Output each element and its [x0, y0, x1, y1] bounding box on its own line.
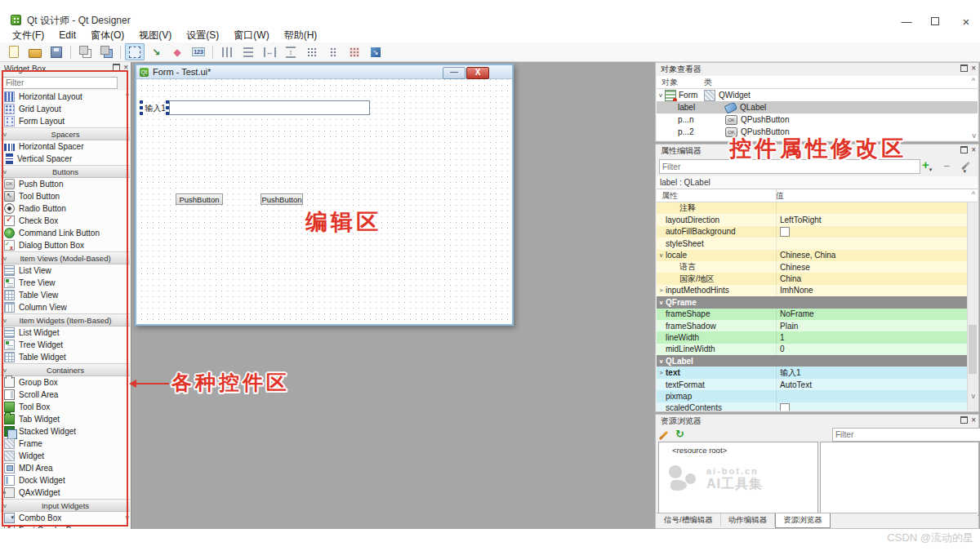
widget-box-item[interactable]: Command Link Button [1, 227, 130, 239]
object-tree-row[interactable]: vFormQWidget [657, 89, 978, 101]
scroll-up-icon[interactable]: ^ [972, 77, 975, 85]
remove-dynamic-property-icon[interactable]: − [943, 159, 950, 172]
widget-box-item[interactable]: Check Box [1, 215, 130, 227]
form-canvas[interactable]: 输入1 PushButton PushButton [136, 79, 512, 324]
widget-box-section[interactable]: vInput Widgets [1, 499, 130, 512]
layout-vertical-icon[interactable] [238, 43, 258, 60]
widget-box-item[interactable]: Tool Box [1, 401, 130, 413]
scroll-up-icon[interactable]: ^ [126, 91, 129, 100]
close-panel-icon[interactable]: × [971, 65, 976, 72]
scroll-up-icon[interactable]: ^ [972, 190, 975, 198]
widget-box-item[interactable]: Group Box [1, 376, 130, 389]
layout-form-icon[interactable] [323, 43, 343, 60]
resource-tree-pane[interactable]: <resource root> ai-bot.cn AI工具集 [658, 442, 818, 516]
property-section-header[interactable]: vQLabel [657, 355, 978, 367]
widget-box-item[interactable]: Font Combo Box [1, 524, 130, 528]
widget-box-item[interactable]: Table Widget [1, 351, 130, 363]
widget-box-section[interactable]: vSpacers [1, 127, 130, 140]
layout-grid-icon[interactable] [302, 43, 322, 60]
property-row[interactable]: frameShadowPlain [657, 320, 978, 331]
chevron-down-icon[interactable]: v [657, 91, 665, 99]
bottom-tab-0[interactable]: 信号/槽编辑器 [657, 513, 721, 527]
menu-item-1[interactable]: Edit [51, 28, 83, 42]
layout-horizontal-splitter-icon[interactable]: ↔ [260, 43, 279, 60]
minimize-icon[interactable]: — [443, 67, 466, 79]
widget-box-item[interactable]: Grid Layout [1, 103, 130, 115]
property-row[interactable]: vlocaleChinese, China [657, 250, 978, 261]
float-panel-icon[interactable] [960, 64, 968, 72]
edit-widgets-icon[interactable] [125, 43, 145, 60]
property-row[interactable]: 国家/地区China [657, 273, 978, 284]
property-row[interactable]: scaledContents [657, 402, 978, 411]
checkbox-unchecked-icon[interactable] [780, 227, 790, 237]
property-row[interactable]: 语言Chinese [657, 261, 978, 273]
widget-box-item[interactable]: Tree Widget [1, 339, 130, 351]
widget-box-item[interactable]: List Widget [1, 327, 130, 339]
widget-box-item[interactable]: Combo Box [1, 512, 130, 524]
pushbutton-widget[interactable]: PushButton [261, 193, 303, 205]
layout-horizontal-icon[interactable] [217, 43, 237, 60]
column-divider[interactable] [776, 189, 777, 202]
resource-detail-pane[interactable] [820, 442, 979, 516]
close-panel-icon[interactable]: × [971, 417, 976, 424]
clone-back-icon[interactable] [75, 43, 95, 60]
property-row[interactable]: >text输入1 [657, 367, 978, 378]
widget-box-item[interactable]: Radio Button [1, 202, 130, 215]
scrollbar[interactable] [967, 202, 978, 411]
widget-box-item[interactable]: Push Button [1, 178, 130, 190]
bottom-tab-1[interactable]: 动作编辑器 [721, 513, 776, 527]
column-object[interactable]: 对象 [657, 77, 704, 88]
close-panel-icon[interactable]: × [971, 147, 976, 153]
scroll-down-icon[interactable]: v [973, 131, 977, 140]
widget-box-section[interactable]: vItem Views (Model-Based) [1, 251, 130, 264]
menu-item-5[interactable]: 窗口(W) [226, 28, 276, 42]
property-row[interactable]: pixmap [657, 390, 978, 402]
close-panel-icon[interactable]: × [123, 64, 128, 71]
selection-handle[interactable] [140, 100, 143, 104]
float-panel-icon[interactable] [113, 64, 120, 71]
widget-box-item[interactable]: Column View [1, 301, 130, 313]
clone-front-icon[interactable] [96, 43, 116, 60]
widget-box-item[interactable]: Stacked Widget [1, 425, 130, 438]
chevron-down-icon[interactable]: v [657, 251, 666, 259]
widget-box-filter-input[interactable] [2, 77, 118, 89]
widget-box-item[interactable]: Tool Button [1, 190, 130, 202]
selection-handle[interactable] [140, 106, 143, 109]
widget-box-item[interactable]: Dock Widget [1, 474, 130, 487]
property-row[interactable]: midLineWidth0 [657, 344, 978, 355]
widget-box-item[interactable]: List View [1, 264, 130, 277]
new-file-icon[interactable] [4, 43, 24, 60]
object-tree-row[interactable]: p...nOKQPushButton [657, 113, 978, 126]
break-layout-icon[interactable] [345, 43, 364, 60]
property-row[interactable]: lineWidth1 [657, 331, 978, 343]
property-row[interactable]: >inputMethodHintsImhNone [657, 285, 978, 296]
widget-box-section[interactable]: vItem Widgets (Item-Based) [1, 313, 130, 327]
edit-tab-order-icon[interactable]: 123 [189, 43, 208, 60]
resource-filter-input[interactable] [832, 428, 980, 442]
widget-box-item[interactable]: Form Layout [1, 115, 130, 127]
widget-box-item[interactable]: MDI Area [1, 462, 130, 474]
widget-box-item[interactable]: QAxWidget [1, 487, 130, 499]
edit-signals-slots-icon[interactable]: ↘ [146, 43, 166, 60]
menu-item-6[interactable]: 帮助(H) [277, 28, 325, 42]
checkbox-unchecked-icon[interactable] [780, 403, 790, 411]
menu-item-3[interactable]: 视图(V) [131, 28, 179, 42]
minimize-icon[interactable]: — [894, 15, 919, 28]
reload-resources-icon[interactable]: ↻ [675, 428, 684, 440]
widget-box-item[interactable]: Tree View [1, 277, 130, 289]
widget-box-item[interactable]: Widget [1, 450, 130, 462]
close-icon[interactable]: × [954, 15, 978, 28]
form-window-titlebar[interactable]: Qt Form - Test.ui* — X [136, 65, 512, 79]
widget-box-item[interactable]: Horizontal Layout [1, 91, 130, 103]
scroll-down-icon[interactable]: v [972, 392, 976, 400]
property-row[interactable]: styleSheet [657, 238, 978, 249]
pushbutton-widget[interactable]: PushButton [176, 193, 223, 205]
property-row[interactable]: 注释 [657, 202, 978, 214]
edit-buddies-icon[interactable]: ◆ [167, 43, 187, 60]
resource-root-item[interactable]: <resource root> [672, 446, 727, 455]
property-row[interactable]: textFormatAutoText [657, 379, 978, 390]
chevron-right-icon[interactable]: > [657, 369, 666, 376]
save-icon[interactable] [47, 43, 66, 60]
layout-vertical-splitter-icon[interactable]: ↕ [281, 43, 301, 60]
menu-item-2[interactable]: 窗体(O) [83, 28, 131, 42]
